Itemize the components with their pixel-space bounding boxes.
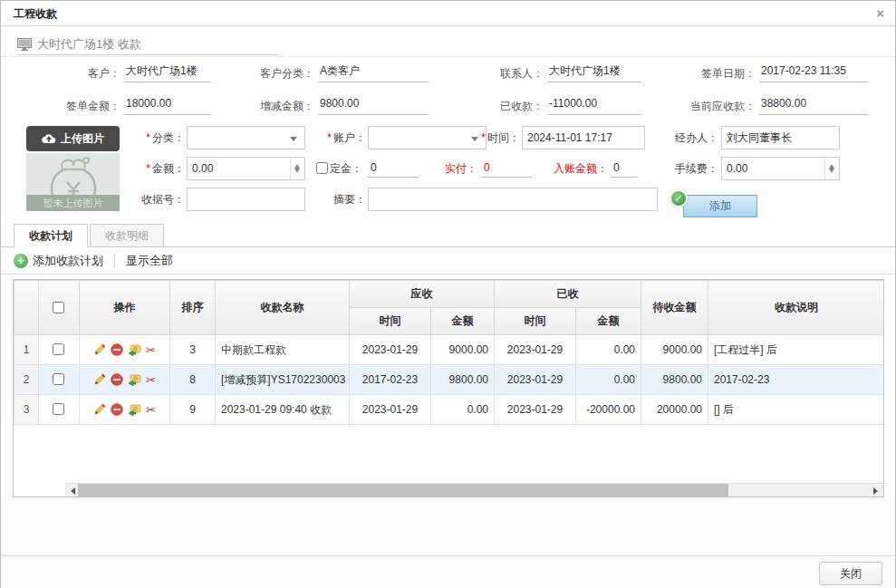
row-recv-time: 2017-02-23 <box>350 365 431 395</box>
scrollbar-thumb[interactable] <box>78 484 728 496</box>
paid-value: 0 <box>481 158 532 178</box>
tab-payment-detail[interactable]: 收款明细 <box>90 224 164 247</box>
row-number: 1 <box>14 335 39 365</box>
credit-label: 入账金额： <box>544 157 608 180</box>
row-order: 9 <box>170 395 216 425</box>
row-checkbox[interactable] <box>53 343 64 355</box>
row-note: [工程过半] 后 <box>708 335 885 365</box>
fee-input[interactable]: 0.00 <box>721 157 840 180</box>
cloud-upload-icon <box>42 133 56 144</box>
edit-icon[interactable] <box>93 403 106 416</box>
delete-icon[interactable] <box>111 343 123 356</box>
table-row[interactable]: 1 ✂ 3 中期款工程款 2023-01-29 9000.00 2023-01-… <box>14 335 885 365</box>
row-number: 3 <box>14 395 39 425</box>
delete-icon[interactable] <box>111 373 123 386</box>
row-recv-amount: 9800.00 <box>431 365 495 395</box>
sign-amount-label: 签单金额： <box>14 97 124 115</box>
close-icon[interactable]: × <box>876 1 884 26</box>
row-note: [] 后 <box>708 395 885 425</box>
col-row-number <box>14 281 39 335</box>
row-got-time: 2023-01-29 <box>495 335 576 365</box>
row-got-amount: 0.00 <box>576 365 641 395</box>
customer-label: 客户： <box>14 64 124 82</box>
delete-icon[interactable] <box>111 403 123 416</box>
add-plan-button[interactable]: + 添加收款计划 <box>14 253 103 269</box>
sign-date-label: 签单日期： <box>641 64 759 82</box>
table-row[interactable]: 3 ✂ 9 2023-01-29 09:40 收款 2023-01-29 0.0… <box>14 395 885 425</box>
show-all-button[interactable]: 显示全部 <box>126 253 173 269</box>
row-pending: 9000.00 <box>641 335 708 365</box>
row-recv-amount: 9000.00 <box>431 335 495 365</box>
tab-payment-plan[interactable]: 收款计划 <box>14 224 88 247</box>
tab-bar: 收款计划收款明细 <box>1 224 895 247</box>
deposit-checkbox[interactable] <box>316 162 328 174</box>
project-subheader: 大时代广场1楼 收款 <box>17 34 278 55</box>
image-placeholder: 暂未上传图片 <box>26 153 120 211</box>
close-button[interactable]: 关闭 <box>819 562 882 585</box>
time-input[interactable]: 2024-11-01 17:17 <box>522 126 645 149</box>
no-image-text: 暂未上传图片 <box>26 195 120 211</box>
green-plus-icon: + <box>14 254 28 268</box>
payment-plan-table: 操作 排序 收款名称 应收 已收 待收金额 收款说明 时间 金额 时间 金额 1 <box>14 280 884 425</box>
dialog-footer: 关闭 <box>1 555 895 588</box>
select-all-checkbox[interactable] <box>53 302 64 313</box>
deposit-value[interactable]: 0 <box>368 158 419 178</box>
receivable-label: 当前应收款： <box>641 97 759 115</box>
row-checkbox[interactable] <box>53 373 64 385</box>
split-icon[interactable]: ✂ <box>146 403 156 417</box>
row-order: 8 <box>170 365 216 395</box>
col-got-time: 时间 <box>495 308 576 335</box>
sign-amount-value: 18000.00 <box>124 94 211 115</box>
scroll-left-button[interactable] <box>65 484 78 496</box>
row-got-time: 2023-01-29 <box>495 395 576 425</box>
receipt-label: 收据号： <box>126 188 185 211</box>
add-button[interactable]: 添加 <box>683 195 757 217</box>
payment-entry-form: 上传图片 暂未上传图片 *分类： *账户： *时间： 2024-11-01 17… <box>1 120 896 220</box>
amount-label: *金额： <box>126 157 185 180</box>
horizontal-scrollbar[interactable] <box>65 483 883 496</box>
col-got-amount: 金额 <box>576 308 641 335</box>
row-number: 2 <box>14 365 39 395</box>
upload-image-button[interactable]: 上传图片 <box>26 126 120 151</box>
monitor-icon <box>17 38 32 51</box>
pay-icon[interactable] <box>128 373 141 386</box>
pay-icon[interactable] <box>128 403 141 416</box>
account-label: *账户： <box>309 126 366 149</box>
grid-toolbar: + 添加收款计划 显示全部 <box>1 247 895 275</box>
contact-label: 联系人： <box>429 64 547 82</box>
operator-input[interactable]: 刘大同董事长 <box>721 126 840 149</box>
amount-spinner[interactable] <box>290 158 304 179</box>
split-icon[interactable]: ✂ <box>146 373 156 387</box>
row-got-amount: -20000.00 <box>576 395 641 425</box>
add-check-icon: ✓ <box>670 189 688 207</box>
receipt-input[interactable] <box>187 188 305 211</box>
category-label: *分类： <box>126 126 185 149</box>
pay-icon[interactable] <box>128 343 141 356</box>
row-pending: 20000.00 <box>641 395 708 425</box>
summary-input[interactable] <box>368 188 658 211</box>
credit-value: 0 <box>611 158 638 178</box>
received-value: -11000.00 <box>547 94 641 115</box>
row-recv-amount: 0.00 <box>431 395 495 425</box>
row-recv-time: 2023-01-29 <box>350 395 431 425</box>
contact-value: 大时代广场1楼 <box>547 62 641 82</box>
row-pending: 9800.00 <box>641 365 708 395</box>
edit-icon[interactable] <box>93 373 106 386</box>
operator-label: 经办人： <box>659 126 718 149</box>
col-recv-time: 时间 <box>350 308 431 335</box>
payment-dialog: 工程收款 × 大时代广场1楼 收款 客户：大时代广场1楼 客户分类：A类客户 联… <box>0 0 896 588</box>
col-recv-amount: 金额 <box>431 308 495 335</box>
split-icon[interactable]: ✂ <box>146 343 156 357</box>
row-name: 2023-01-29 09:40 收款 <box>216 395 350 425</box>
table-row[interactable]: 2 ✂ 8 [增减预算]YS1702230003 2017-02-23 9800… <box>14 365 885 395</box>
paid-label: 实付： <box>434 157 477 180</box>
fee-spinner[interactable] <box>824 158 839 179</box>
adjust-amount-label: 增减金额： <box>211 97 318 115</box>
amount-input[interactable]: 0.00 <box>187 157 305 180</box>
edit-icon[interactable] <box>93 343 106 356</box>
receivable-value: 38800.00 <box>759 94 868 115</box>
category-select[interactable] <box>187 126 305 149</box>
row-checkbox[interactable] <box>53 403 64 415</box>
scroll-right-button[interactable] <box>871 484 883 496</box>
summary-label: 摘要： <box>309 188 366 211</box>
